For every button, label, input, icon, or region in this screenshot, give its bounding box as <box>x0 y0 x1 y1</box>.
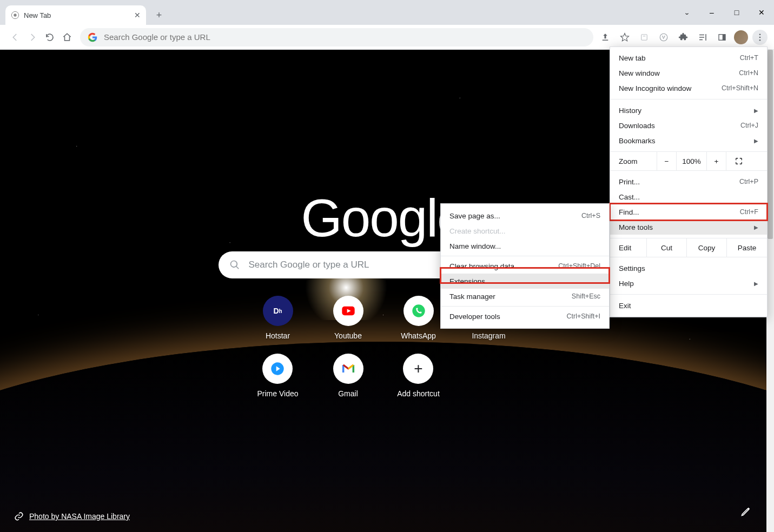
menu-new-tab[interactable]: New tabCtrl+T <box>610 50 767 65</box>
prime-video-icon <box>262 354 293 384</box>
menu-history[interactable]: History▶ <box>610 103 767 118</box>
search-icon <box>229 260 240 270</box>
zoom-value: 100% <box>676 152 706 170</box>
more-menu-button[interactable] <box>752 30 768 45</box>
omnibox-input[interactable] <box>104 32 586 42</box>
whatsapp-icon <box>403 296 434 326</box>
submenu-task-manager[interactable]: Task managerShift+Esc <box>441 289 609 304</box>
svg-rect-5 <box>723 34 725 40</box>
shortcut-whatsapp[interactable]: WhatsApp <box>401 296 436 340</box>
extension-1-icon[interactable] <box>637 30 652 45</box>
add-icon: + <box>403 354 433 384</box>
forward-button[interactable] <box>24 29 41 46</box>
minimize-button[interactable]: – <box>699 0 724 25</box>
back-button[interactable] <box>6 29 24 46</box>
reading-list-icon[interactable] <box>695 30 710 45</box>
submenu-dev-tools[interactable]: Developer toolsCtrl+Shift+I <box>441 309 609 324</box>
menu-help[interactable]: Help▶ <box>610 276 767 291</box>
menu-more-tools[interactable]: More tools▶ <box>610 220 767 235</box>
submenu-extensions[interactable]: Extensions <box>441 274 609 289</box>
submenu-clear-data[interactable]: Clear browsing data...Ctrl+Shift+Del <box>441 258 609 274</box>
browser-tab[interactable]: New Tab ✕ <box>5 5 146 25</box>
svg-point-6 <box>759 34 761 35</box>
youtube-icon <box>333 296 363 326</box>
submenu-save-page[interactable]: Save page as...Ctrl+S <box>441 208 609 223</box>
svg-point-10 <box>412 304 425 317</box>
menu-downloads[interactable]: DownloadsCtrl+J <box>610 118 767 133</box>
shortcut-youtube[interactable]: Youtube <box>333 296 363 340</box>
shortcut-gmail[interactable]: Gmail <box>333 354 363 398</box>
shortcut-prime-video[interactable]: Prime Video <box>257 354 298 398</box>
more-tools-submenu: Save page as...Ctrl+S Create shortcut...… <box>440 203 610 329</box>
svg-point-8 <box>759 39 761 41</box>
extensions-puzzle-icon[interactable] <box>676 30 691 45</box>
svg-point-1 <box>14 14 16 16</box>
bookmark-star-icon[interactable] <box>617 30 632 45</box>
menu-cut[interactable]: Cut <box>647 238 687 257</box>
menu-new-window[interactable]: New windowCtrl+N <box>610 65 767 81</box>
menu-find[interactable]: Find...Ctrl+F <box>610 204 767 220</box>
gmail-icon <box>333 354 363 384</box>
submenu-name-window[interactable]: Name window... <box>441 238 609 254</box>
omnibox[interactable] <box>80 28 593 46</box>
close-window-button[interactable]: ✕ <box>749 0 774 25</box>
menu-cast[interactable]: Cast... <box>610 189 767 204</box>
new-tab-button[interactable]: + <box>151 8 167 23</box>
menu-exit[interactable]: Exit <box>610 298 767 313</box>
scrollbar-thumb[interactable] <box>768 50 773 239</box>
scrollbar[interactable] <box>766 50 774 532</box>
link-icon <box>14 511 24 521</box>
reload-button[interactable] <box>41 29 58 46</box>
chrome-main-menu: New tabCtrl+T New windowCtrl+N New Incog… <box>610 46 768 317</box>
submenu-create-shortcut: Create shortcut... <box>441 223 609 238</box>
menu-paste[interactable]: Paste <box>727 238 767 257</box>
submenu-arrow-icon: ▶ <box>754 108 758 114</box>
svg-rect-2 <box>641 34 647 40</box>
chrome-favicon <box>11 11 19 19</box>
menu-bookmarks[interactable]: Bookmarks▶ <box>610 133 767 148</box>
menu-print[interactable]: Print...Ctrl+P <box>610 174 767 189</box>
fullscreen-button[interactable] <box>726 152 751 170</box>
menu-incognito[interactable]: New Incognito windowCtrl+Shift+N <box>610 81 767 96</box>
window-controls: ⌄ – □ ✕ <box>674 0 774 25</box>
tab-title: New Tab <box>24 11 134 19</box>
submenu-arrow-icon: ▶ <box>754 224 758 230</box>
home-button[interactable] <box>58 29 76 46</box>
svg-point-3 <box>660 34 667 41</box>
zoom-in-button[interactable]: + <box>706 152 726 170</box>
side-panel-icon[interactable] <box>715 30 730 45</box>
submenu-arrow-icon: ▶ <box>754 281 758 287</box>
hotstar-icon: Dh <box>263 296 293 326</box>
google-g-icon <box>88 32 97 42</box>
menu-zoom-row: Zoom − 100% + <box>610 152 767 170</box>
shortcut-hotstar[interactable]: DhHotstar <box>263 296 293 340</box>
zoom-out-button[interactable]: − <box>657 152 676 170</box>
customize-pencil-icon[interactable] <box>740 506 751 519</box>
close-tab-icon[interactable]: ✕ <box>134 11 141 19</box>
menu-edit-row: Edit Cut Copy Paste <box>610 238 767 257</box>
share-icon[interactable] <box>598 30 613 45</box>
submenu-arrow-icon: ▶ <box>754 138 758 144</box>
tab-strip: New Tab ✕ + ⌄ – □ ✕ <box>0 0 774 25</box>
extension-2-icon[interactable] <box>656 30 671 45</box>
svg-point-7 <box>759 36 761 38</box>
profile-avatar[interactable] <box>734 30 748 44</box>
menu-settings[interactable]: Settings <box>610 261 767 276</box>
tab-search-dropdown-icon[interactable]: ⌄ <box>674 4 699 21</box>
menu-copy[interactable]: Copy <box>687 238 727 257</box>
maximize-button[interactable]: □ <box>724 0 749 25</box>
background-credit-link[interactable]: Photo by NASA Image Library <box>14 511 130 521</box>
shortcut-add[interactable]: +Add shortcut <box>397 354 440 398</box>
